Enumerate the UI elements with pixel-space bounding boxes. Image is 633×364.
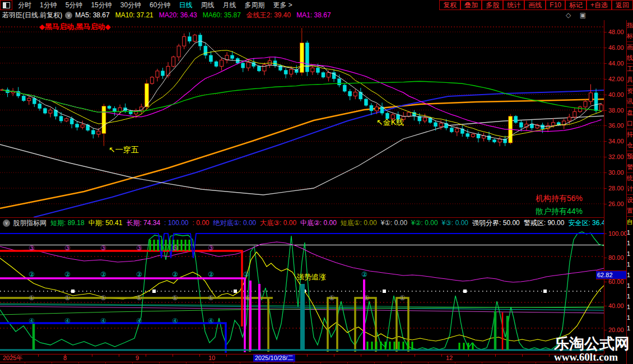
time-label: 2025年: [3, 354, 22, 362]
toolbar-button-6[interactable]: 标记: [565, 0, 587, 10]
time-tick: [173, 354, 173, 357]
clipped-list-number: 1: [627, 302, 633, 312]
indicator-header-item-4: : 100.00: [164, 219, 188, 227]
time-tick: [307, 354, 308, 357]
menu-item-5[interactable]: 60分钟: [150, 0, 170, 10]
toolbar-button-4[interactable]: 画线: [524, 0, 546, 10]
menu-item-7[interactable]: 周线: [201, 0, 214, 10]
svg-text:④: ④: [100, 317, 106, 325]
price-label: 40.00: [608, 91, 624, 98]
price-tick: [604, 95, 607, 95]
menu-item-6[interactable]: 日线: [179, 0, 192, 10]
clipped-glyph: 统: [627, 173, 633, 184]
indicator-header-item-15: 安全区: 36.43: [568, 218, 604, 228]
clipped-list-number: 1: [627, 259, 633, 270]
clipped-side-panel: 指标画线工具资讯盘口持仓预警统计设置自1111111111: [626, 20, 633, 364]
svg-text:①: ①: [208, 294, 214, 302]
svg-text:③: ③: [172, 244, 178, 252]
indicator-header-item-10: ¥①: 0.00: [381, 219, 407, 227]
price-label: 26.00: [608, 200, 624, 207]
time-tick: [549, 354, 550, 357]
time-tick: [468, 354, 469, 357]
menu-item-3[interactable]: 15分钟: [91, 0, 111, 10]
price-label: 42.00: [608, 76, 624, 82]
price-label: 32.00: [608, 153, 624, 160]
price-label: 30.00: [608, 169, 624, 176]
time-label: 9: [136, 354, 139, 362]
svg-text:②: ②: [136, 270, 142, 278]
ma-value-3: MA60: 35.87: [203, 11, 241, 19]
main-chart-canvas: ◆黑马启动,黑马启动◆↖一穿五↖金K线机构持有56%散户持有44%: [0, 20, 604, 217]
clipped-glyph: 线: [627, 53, 633, 63]
indicator-axis-label: 80.00: [608, 254, 624, 261]
toolbar-button-7[interactable]: +自选: [587, 0, 612, 10]
time-label: 8: [63, 354, 67, 362]
toolbar-button-2[interactable]: 多股: [482, 0, 503, 10]
svg-text:④: ④: [29, 317, 35, 325]
next-pane-stub: [0, 362, 604, 364]
svg-text:①: ①: [172, 294, 178, 302]
svg-text:②: ②: [172, 270, 178, 278]
svg-text:③: ③: [100, 244, 106, 252]
svg-text:③: ③: [136, 244, 142, 252]
menu-item-2[interactable]: 5分钟: [66, 0, 83, 10]
chevron-down-icon[interactable]: ∨: [3, 220, 10, 227]
time-tick: [199, 354, 200, 357]
svg-text:①: ①: [100, 294, 106, 302]
svg-text:②: ②: [100, 270, 106, 278]
clipped-glyph: 持: [627, 129, 633, 140]
time-tick: [334, 354, 334, 357]
toolbar-button-3[interactable]: 统计: [503, 0, 524, 10]
main-candlestick-chart[interactable]: ◆黑马启动,黑马启动◆↖一穿五↖金K线机构持有56%散户持有44%: [0, 20, 604, 217]
svg-text:↖金K线: ↖金K线: [376, 118, 404, 127]
toolbar-button-5[interactable]: F10: [546, 0, 565, 10]
menu-item-4[interactable]: 30分钟: [120, 0, 141, 10]
menu-bar: 分时1分钟5分钟15分钟30分钟60分钟日线周线月线多周期更多 > 复权叠加多股…: [0, 0, 633, 10]
svg-text:①: ①: [245, 294, 251, 302]
clipped-glyph: 口: [627, 118, 633, 129]
price-tick: [604, 141, 607, 142]
svg-text:②: ②: [29, 270, 35, 278]
time-tick: [522, 354, 523, 357]
clipped-glyph: 指: [627, 20, 633, 31]
price-label: 28.00: [608, 185, 624, 192]
menu-item-10[interactable]: 更多 >: [273, 0, 292, 10]
indicator-axis-label: 20.00: [608, 326, 624, 333]
clipped-glyph: 工: [627, 64, 633, 74]
clipped-list-number: 1: [627, 312, 633, 323]
indicator-header-item-12: ¥③: 0.00: [442, 219, 468, 227]
clipped-list-number: 1: [627, 249, 633, 259]
svg-text:◆黑马启动,黑马启动◆: ◆黑马启动,黑马启动◆: [39, 22, 111, 31]
clipped-glyph: 仓: [627, 140, 633, 151]
indicator-axis-label: 40.00: [608, 302, 624, 309]
menu-item-9[interactable]: 多周期: [244, 0, 264, 10]
chevron-down-icon[interactable]: ∨: [65, 12, 72, 19]
toolbar-button-1[interactable]: 叠加: [460, 0, 482, 10]
svg-text:↖一穿五: ↖一穿五: [109, 145, 139, 154]
indicator-header: ∨股朋指标网短期: 89.18中期: 50.41长期: 74.34: 100.0…: [0, 217, 604, 228]
split-window-icon: [3, 2, 10, 8]
menu-item-1[interactable]: 1分钟: [40, 0, 57, 10]
time-tick: [38, 354, 39, 357]
clipped-glyph: 警: [627, 162, 633, 172]
menu-item-8[interactable]: 月线: [222, 0, 236, 10]
menu-item-0[interactable]: 分时: [18, 0, 31, 10]
crosshair-date-box: 2025/10/28/二: [253, 354, 295, 362]
clipped-list-number: 1: [627, 291, 633, 302]
price-label: 44.00: [608, 60, 624, 67]
time-label: 12: [446, 354, 453, 362]
indicator-header-item-0: 股朋指标网: [13, 218, 46, 228]
toolbar-button-0[interactable]: 复权: [439, 0, 460, 10]
window-control-icons[interactable]: ◇ ▣: [566, 11, 589, 19]
symbol-title: 若羽臣(日线.前复权): [2, 11, 62, 20]
svg-text:③: ③: [208, 244, 214, 252]
indicator-header-item-3: 长期: 74.34: [126, 218, 160, 228]
svg-text:机构持有56%: 机构持有56%: [536, 194, 583, 203]
indicator-panel[interactable]: ③③③③③③②②②②②②②②①①①①①①①①①①④④④④④④强势追涨: [0, 227, 604, 354]
svg-text:④: ④: [172, 317, 178, 325]
window-layout-icon[interactable]: [0, 0, 12, 10]
watermark-title: 乐淘公式网: [554, 336, 630, 352]
svg-text:①: ①: [136, 294, 142, 302]
time-tick: [92, 354, 92, 357]
toolbar-button-8[interactable]: 返回: [612, 0, 633, 10]
